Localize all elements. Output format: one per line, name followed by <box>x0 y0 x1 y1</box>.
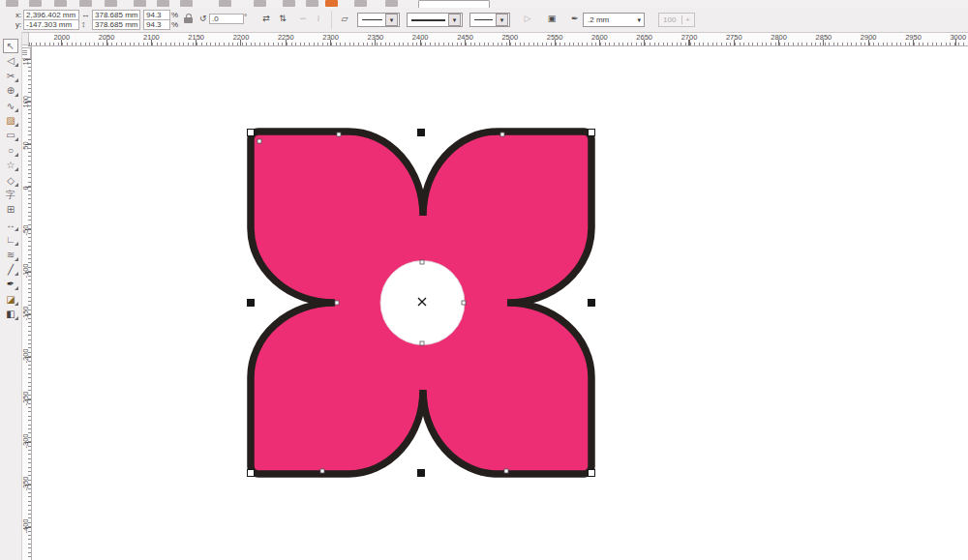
mirror-horizontal-button[interactable]: ⇄ <box>259 13 273 25</box>
corner-selection-handle[interactable] <box>248 470 255 477</box>
flyout-indicator[interactable] <box>15 286 18 290</box>
start-arrowhead-dropdown[interactable]: ▾ <box>357 13 400 27</box>
toolbox-rectangle-tool[interactable]: ▭ <box>3 128 18 142</box>
toolbox-shape-tool[interactable]: ◁ <box>3 53 18 68</box>
toolbox-fill-tool[interactable]: ◪ <box>3 292 18 307</box>
toolbox-table-tool[interactable]: ⊞ <box>3 202 18 217</box>
toolbar-icon-fragment[interactable] <box>306 0 318 7</box>
toolbox-pick-tool[interactable]: ↖ <box>3 39 18 53</box>
toolbar-icon-fragment[interactable] <box>354 0 367 7</box>
mirror-vertical-button[interactable]: ⇅ <box>276 13 289 25</box>
flyout-indicator[interactable] <box>15 78 18 82</box>
toolbox-smart-fill-tool[interactable]: ▨ <box>3 113 18 128</box>
outline-width-combo[interactable]: .2 mm ▾ <box>583 13 645 27</box>
rotation-angle-field[interactable]: .0 <box>209 14 244 24</box>
curve-button-2[interactable]: ≀ <box>312 13 325 25</box>
corner-selection-handle[interactable] <box>589 130 595 136</box>
toolbar-icon-fragment[interactable] <box>79 0 92 7</box>
dropdown-arrow-icon[interactable]: ▾ <box>496 14 508 26</box>
toolbar-icon-fragment[interactable] <box>254 0 266 7</box>
toolbox-ellipse-tool[interactable]: ○ <box>3 143 18 158</box>
spinner-increment[interactable]: + <box>681 15 693 24</box>
toolbar-icon-fragment[interactable] <box>157 0 169 7</box>
dropdown-arrow-icon[interactable]: ▾ <box>385 14 398 26</box>
flyout-indicator[interactable] <box>15 63 18 67</box>
toolbox-crop-tool[interactable]: ✂ <box>3 69 18 83</box>
toolbar-icon-fragment[interactable] <box>29 0 42 7</box>
toolbox-text-tool[interactable]: 字 <box>3 188 18 202</box>
toolbox-interactive-fill-tool[interactable]: ◧ <box>3 307 18 321</box>
flyout-indicator[interactable] <box>15 93 18 97</box>
toolbar-icon-fragment[interactable] <box>219 0 231 7</box>
end-arrowhead-dropdown[interactable]: ▾ <box>469 13 510 27</box>
flyout-indicator[interactable] <box>15 227 18 231</box>
flyout-indicator[interactable] <box>15 153 18 157</box>
horizontal-ruler[interactable]: 1950200020502100215022002250230023502400… <box>29 32 968 46</box>
edge-selection-handle[interactable] <box>418 470 425 477</box>
flyout-indicator[interactable] <box>15 257 18 261</box>
curve-node[interactable] <box>257 139 261 143</box>
edge-selection-handle[interactable] <box>418 130 425 136</box>
toolbar-icon-fragment[interactable] <box>385 0 398 7</box>
corner-selection-handle[interactable] <box>589 470 595 477</box>
curve-node[interactable] <box>504 469 508 473</box>
curve-button-1[interactable]: ∽ <box>296 13 310 25</box>
zoom-level-combo-fragment[interactable] <box>418 0 490 8</box>
toolbar-icon-fragment[interactable] <box>180 0 193 7</box>
curve-node[interactable] <box>462 301 466 305</box>
toolbar-icon-fragment[interactable] <box>325 0 338 7</box>
toolbox-eyedropper-tool[interactable]: ╱ <box>3 262 18 277</box>
flyout-indicator[interactable] <box>15 302 18 306</box>
curve-node[interactable] <box>320 469 324 473</box>
toolbar-icon-fragment[interactable] <box>6 0 18 7</box>
flyout-indicator[interactable] <box>15 167 18 171</box>
edge-selection-handle[interactable] <box>589 300 595 307</box>
flyout-indicator[interactable] <box>15 242 18 246</box>
standard-toolbar-cropped <box>0 0 968 8</box>
toolbox-freehand-tool[interactable]: ∿ <box>3 99 18 113</box>
y-position-field[interactable]: -147.303 mm <box>23 19 79 30</box>
scale-y-field[interactable]: 94.3 <box>143 19 170 30</box>
curve-node[interactable] <box>420 341 424 345</box>
dropdown-arrow-icon[interactable]: ▾ <box>637 16 641 24</box>
curve-node[interactable] <box>420 260 424 264</box>
separator <box>331 11 332 29</box>
ruler-label: 2300 <box>322 33 339 42</box>
curve-node[interactable] <box>500 133 504 136</box>
flyout-indicator[interactable] <box>15 272 18 276</box>
toolbar-icon-fragment[interactable] <box>54 0 67 7</box>
edge-selection-handle[interactable] <box>248 300 255 307</box>
ruler-label: 2000 <box>53 33 70 42</box>
toolbox-blend-tool[interactable]: ≋ <box>3 248 18 262</box>
curve-node[interactable] <box>335 301 339 305</box>
flyout-indicator[interactable] <box>15 108 18 112</box>
corner-shape-button[interactable]: ▱ <box>338 13 351 25</box>
toolbox-basic-shapes-tool[interactable]: ◇ <box>3 173 18 188</box>
toolbar-icon-fragment[interactable] <box>283 0 295 7</box>
lock-ratio-button[interactable] <box>184 17 193 23</box>
object-height-field[interactable]: 378.685 mm <box>92 19 140 30</box>
wrap-paragraph-text-button[interactable]: ▣ <box>545 13 559 25</box>
transparency-spinner[interactable]: 100 + <box>658 13 695 27</box>
vertical-ruler[interactable]: 150100500-50-100-150-200-250-300-350-400… <box>21 45 32 560</box>
curve-node[interactable] <box>337 133 341 136</box>
flyout-indicator[interactable] <box>15 123 18 127</box>
rotation-icon: ↺ <box>199 14 207 23</box>
ruler-label: 2500 <box>501 33 518 42</box>
toolbox-polygon-tool[interactable]: ☆ <box>3 158 18 172</box>
ruler-origin-button[interactable] <box>21 32 29 45</box>
canvas[interactable] <box>0 0 968 560</box>
toolbox-connector-tool[interactable]: ∟ <box>3 232 18 247</box>
arrowhead-options-button[interactable]: ▷ <box>521 13 534 25</box>
toolbox-outline-pen-tool[interactable]: ✒ <box>3 277 18 291</box>
flyout-indicator[interactable] <box>15 137 18 141</box>
line-style-dropdown[interactable]: ▾ <box>407 13 463 27</box>
toolbar-icon-fragment[interactable] <box>134 0 146 7</box>
corner-selection-handle[interactable] <box>248 130 255 136</box>
flyout-indicator[interactable] <box>15 183 18 187</box>
toolbar-icon-fragment[interactable] <box>105 0 117 7</box>
toolbox-dimension-tool[interactable]: ↔ <box>3 218 18 232</box>
dropdown-arrow-icon[interactable]: ▾ <box>448 14 461 26</box>
flyout-indicator[interactable] <box>15 316 18 320</box>
toolbox-zoom-tool[interactable]: ⊕ <box>3 83 18 98</box>
